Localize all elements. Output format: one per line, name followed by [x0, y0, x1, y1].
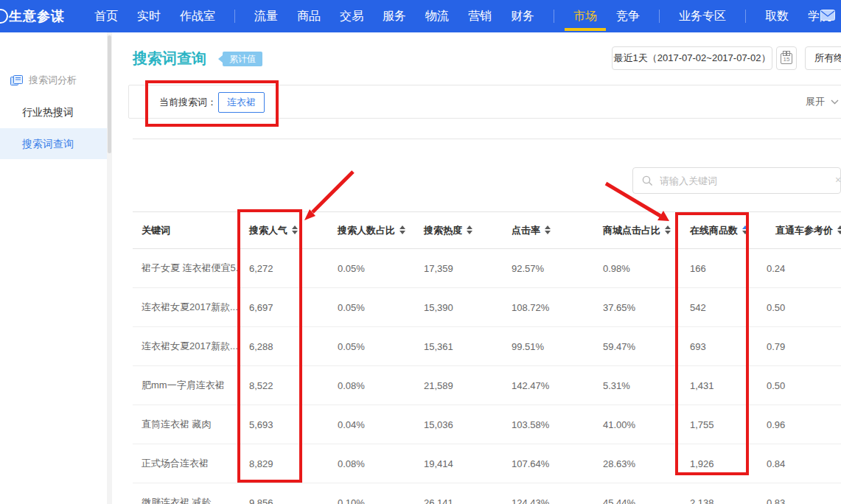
- table-row: 裙子女夏 连衣裙便宜5... 6,272 0.05% 17,359 92.57%…: [133, 249, 841, 288]
- date-range-selector[interactable]: 最近1天（2017-07-02~2017-07-02）: [612, 46, 772, 70]
- nav-item-warroom[interactable]: 作战室: [180, 0, 215, 32]
- table-search-box: ×: [632, 167, 841, 194]
- cell: 0.96: [758, 405, 841, 444]
- cell: 142.47%: [503, 366, 594, 405]
- keyword-link[interactable]: 正式场合连衣裙: [133, 444, 240, 483]
- nav-item-logistics[interactable]: 物流: [425, 0, 449, 32]
- section-divider: [133, 139, 841, 139]
- cell: 0.24: [758, 249, 841, 288]
- keyword-link[interactable]: 连衣裙女夏2017新款...: [133, 327, 240, 366]
- sidebar-group-label: 搜索词分析: [29, 74, 77, 87]
- nav-item-trade[interactable]: 交易: [340, 0, 363, 32]
- calendar-icon: 15: [781, 53, 792, 64]
- cell: 0.05%: [329, 327, 415, 366]
- cell: 15,390: [415, 288, 503, 327]
- nav-item-goods[interactable]: 商品: [297, 0, 321, 32]
- clear-input-icon[interactable]: ×: [835, 174, 841, 186]
- mail-icon[interactable]: [820, 10, 835, 21]
- col-search-heat[interactable]: 搜索热度: [415, 212, 503, 249]
- cell: 1,431: [681, 366, 758, 405]
- nav-item-home[interactable]: 首页: [94, 0, 118, 32]
- keyword-link[interactable]: 肥mm一字肩连衣裙: [133, 366, 240, 405]
- nav-item-service[interactable]: 服务: [383, 0, 406, 32]
- calendar-button[interactable]: 15: [776, 46, 797, 70]
- cell: 45.44%: [594, 483, 681, 504]
- sort-icon: [665, 225, 671, 234]
- cell: 108.72%: [503, 288, 594, 327]
- cell: 1,755: [681, 405, 758, 444]
- cell: 41.00%: [594, 405, 681, 444]
- cell: 15,036: [415, 405, 503, 444]
- nav-item-traffic[interactable]: 流量: [254, 0, 278, 32]
- expand-toggle[interactable]: 展开: [806, 85, 839, 119]
- cell: 17,359: [415, 249, 503, 288]
- nav-divider: [659, 10, 660, 23]
- cell: 9,856: [240, 483, 329, 504]
- table-row: 连衣裙女夏2017新款... 6,697 0.05% 15,390 108.72…: [133, 288, 841, 327]
- cell: 124.43%: [503, 483, 594, 504]
- cell: 19,414: [415, 444, 503, 483]
- book-icon: [10, 75, 23, 85]
- nav-divider: [554, 10, 554, 23]
- table-row: 直筒连衣裙 藏肉 5,693 0.04% 15,036 103.58% 41.0…: [133, 405, 841, 444]
- keyword-link[interactable]: 裙子女夏 连衣裙便宜5...: [133, 249, 240, 288]
- keyword-link[interactable]: 微胖连衣裙 减龄: [133, 483, 240, 504]
- cell: 693: [681, 327, 758, 366]
- keyword-link[interactable]: 直筒连衣裙 藏肉: [133, 405, 240, 444]
- cell: 107.64%: [503, 444, 594, 483]
- cell: 0.05%: [329, 288, 415, 327]
- cell: 0.79: [758, 327, 841, 366]
- cell: 8,829: [240, 444, 329, 483]
- nav-item-data-extract[interactable]: 取数: [765, 0, 789, 32]
- col-ztc-reference-price[interactable]: 直通车参考价: [758, 212, 841, 249]
- current-search-word-label: 当前搜索词：: [159, 85, 217, 119]
- brand-name[interactable]: 生意参谋: [9, 7, 65, 25]
- top-nav: 生意参谋 首页 实时 作战室 流量 商品 交易 服务 物流 营销 财务 市场 竞…: [0, 0, 841, 32]
- col-searcher-ratio[interactable]: 搜索人数占比: [329, 212, 415, 249]
- sort-icon: [467, 225, 472, 234]
- col-mall-click-ratio[interactable]: 商城点击占比: [594, 212, 681, 249]
- sort-icon: [837, 225, 841, 234]
- table-row: 连衣裙女夏2017新款... 6,288 0.05% 15,361 99.51%…: [133, 327, 841, 366]
- cell: 5,693: [240, 405, 329, 444]
- keyword-link[interactable]: 连衣裙女夏2017新款...: [133, 288, 240, 327]
- nav-item-realtime[interactable]: 实时: [137, 0, 161, 32]
- cell: 26,141: [415, 483, 503, 504]
- keyword-search-input[interactable]: [633, 168, 840, 193]
- cell: 0.08%: [329, 366, 415, 405]
- scrollbar-thumb[interactable]: [108, 35, 111, 153]
- cell: 0.84: [758, 444, 841, 483]
- sidebar: 搜索词分析 行业热搜词 搜索词查询: [0, 32, 107, 504]
- sidebar-group-search-analysis: 搜索词分析: [10, 74, 77, 87]
- sidebar-item-search-word-query[interactable]: 搜索词查询: [0, 128, 107, 159]
- nav-divider: [234, 10, 235, 23]
- nav-item-market[interactable]: 市场: [573, 0, 597, 32]
- table-row: 肥mm一字肩连衣裙 8,522 0.08% 21,589 142.47% 5.3…: [133, 366, 841, 405]
- cumulative-value-badge: 累计值: [223, 52, 262, 66]
- nav-item-business-zone[interactable]: 业务专区: [679, 0, 726, 32]
- col-search-popularity[interactable]: 搜索人气: [240, 212, 329, 249]
- cell: 6,272: [240, 249, 329, 288]
- cell: 6,288: [240, 327, 329, 366]
- page: 生意参谋 首页 实时 作战室 流量 商品 交易 服务 物流 营销 财务 市场 竞…: [0, 0, 841, 504]
- cell: 1,926: [681, 444, 758, 483]
- sidebar-item-industry-hot-words[interactable]: 行业热搜词: [0, 97, 107, 127]
- current-search-word-panel: 当前搜索词： 连衣裙: [128, 85, 841, 119]
- col-online-products[interactable]: 在线商品数: [681, 212, 758, 249]
- cell: 0.04%: [329, 405, 415, 444]
- col-click-rate[interactable]: 点击率: [503, 212, 594, 249]
- cell: 92.57%: [503, 249, 594, 288]
- page-title: 搜索词查询: [133, 49, 206, 69]
- col-keyword: 关键词: [133, 212, 240, 249]
- nav-item-finance[interactable]: 财务: [511, 0, 534, 32]
- cell: 0.10%: [329, 483, 415, 504]
- cell: 0.83: [758, 483, 841, 504]
- cell: 28.63%: [594, 444, 681, 483]
- cell: 59.47%: [594, 327, 681, 366]
- keyword-tag[interactable]: 连衣裙: [218, 92, 265, 113]
- cell: 0.50: [758, 288, 841, 327]
- sort-icon-active: [742, 225, 748, 234]
- nav-item-marketing[interactable]: 营销: [468, 0, 492, 32]
- nav-item-competition[interactable]: 竞争: [616, 0, 640, 32]
- terminal-filter-dropdown[interactable]: 所有终端: [805, 46, 841, 70]
